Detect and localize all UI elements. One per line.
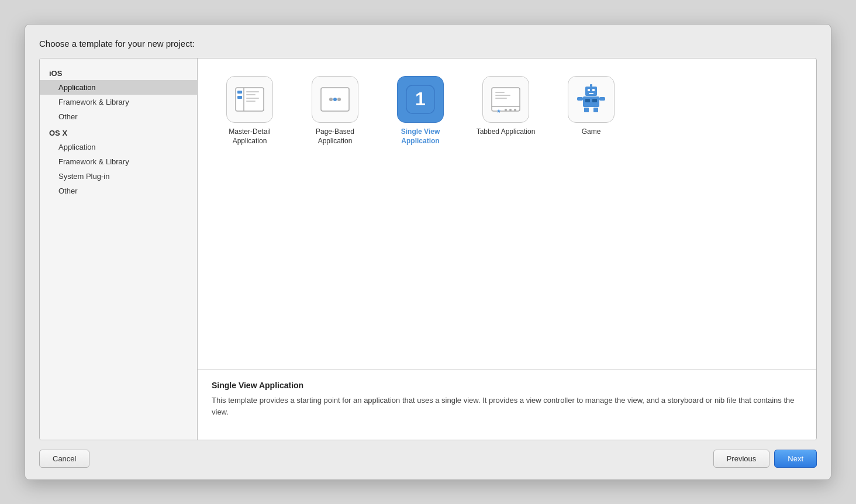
game-label: Game xyxy=(582,127,601,137)
svg-rect-6 xyxy=(246,98,259,99)
sidebar-item-osx-plugin[interactable]: System Plug-in xyxy=(40,169,197,184)
svg-rect-14 xyxy=(492,88,520,111)
sidebar-item-ios-other[interactable]: Other xyxy=(40,109,197,124)
svg-rect-4 xyxy=(246,91,259,92)
nav-buttons: Previous Next xyxy=(713,450,817,468)
new-project-dialog: Choose a template for your new project: … xyxy=(25,24,831,480)
svg-rect-29 xyxy=(585,99,590,102)
description-title: Single View Application xyxy=(212,381,802,390)
template-item-game[interactable]: Game xyxy=(553,73,629,149)
footer: Cancel Previous Next xyxy=(39,440,817,468)
single-view-icon: 1 xyxy=(397,76,444,123)
template-grid: Master-Detail Application Page-Based App… xyxy=(198,58,816,370)
svg-rect-31 xyxy=(584,108,589,112)
svg-rect-22 xyxy=(495,98,507,99)
sidebar-item-osx-framework[interactable]: Framework & Library xyxy=(40,154,197,169)
template-item-tabbed[interactable]: ★ Tabbed Application xyxy=(468,73,544,149)
svg-rect-32 xyxy=(593,108,598,112)
svg-text:★: ★ xyxy=(496,108,501,114)
template-item-page-based[interactable]: Page-Based Application xyxy=(297,73,373,149)
svg-rect-25 xyxy=(592,89,595,91)
svg-rect-33 xyxy=(577,97,583,101)
dialog-title: Choose a template for your new project: xyxy=(39,39,817,49)
page-based-label: Page-Based Application xyxy=(301,127,370,146)
svg-rect-21 xyxy=(495,95,510,96)
master-detail-icon xyxy=(226,76,273,123)
svg-rect-30 xyxy=(592,99,597,102)
svg-point-9 xyxy=(329,98,333,101)
svg-rect-34 xyxy=(599,97,605,101)
sidebar-item-osx-application[interactable]: Application xyxy=(40,140,197,154)
master-detail-label: Master-Detail Application xyxy=(215,127,284,146)
sidebar-item-ios-application[interactable]: Application xyxy=(40,80,197,95)
tabbed-label: Tabbed Application xyxy=(477,127,536,137)
svg-text:1: 1 xyxy=(415,88,426,109)
template-item-master-detail[interactable]: Master-Detail Application xyxy=(212,73,288,149)
previous-button[interactable]: Previous xyxy=(713,450,770,468)
sidebar-item-osx-other[interactable]: Other xyxy=(40,184,197,198)
sidebar: iOSApplicationFramework & LibraryOtherOS… xyxy=(40,58,198,440)
sidebar-item-ios-framework[interactable]: Framework & Library xyxy=(40,95,197,109)
svg-rect-2 xyxy=(237,96,242,99)
cancel-button[interactable]: Cancel xyxy=(39,450,89,468)
next-button[interactable]: Next xyxy=(774,450,817,468)
tabbed-icon: ★ xyxy=(482,76,529,123)
single-view-label: Single View Application xyxy=(386,127,455,146)
svg-rect-3 xyxy=(237,91,242,94)
svg-rect-20 xyxy=(495,92,505,93)
svg-point-17 xyxy=(505,109,507,111)
template-item-single-view[interactable]: 1 Single View Application xyxy=(382,73,458,149)
svg-rect-24 xyxy=(588,89,590,91)
svg-point-10 xyxy=(333,98,337,101)
page-based-icon xyxy=(312,76,358,123)
sidebar-section-os-x: OS X xyxy=(40,124,197,140)
svg-rect-27 xyxy=(590,84,592,87)
sidebar-section-ios: iOS xyxy=(40,64,197,80)
main-area: iOSApplicationFramework & LibraryOtherOS… xyxy=(39,58,817,440)
svg-point-11 xyxy=(337,98,341,101)
svg-point-19 xyxy=(514,109,516,111)
game-icon xyxy=(568,76,615,123)
svg-rect-26 xyxy=(589,93,593,94)
svg-rect-5 xyxy=(246,94,256,95)
svg-rect-7 xyxy=(246,101,256,102)
description-panel: Single View Application This template pr… xyxy=(198,370,816,440)
description-text: This template provides a starting point … xyxy=(212,395,802,417)
svg-rect-23 xyxy=(585,87,597,96)
content-area: Master-Detail Application Page-Based App… xyxy=(198,58,816,440)
svg-point-18 xyxy=(509,109,512,111)
